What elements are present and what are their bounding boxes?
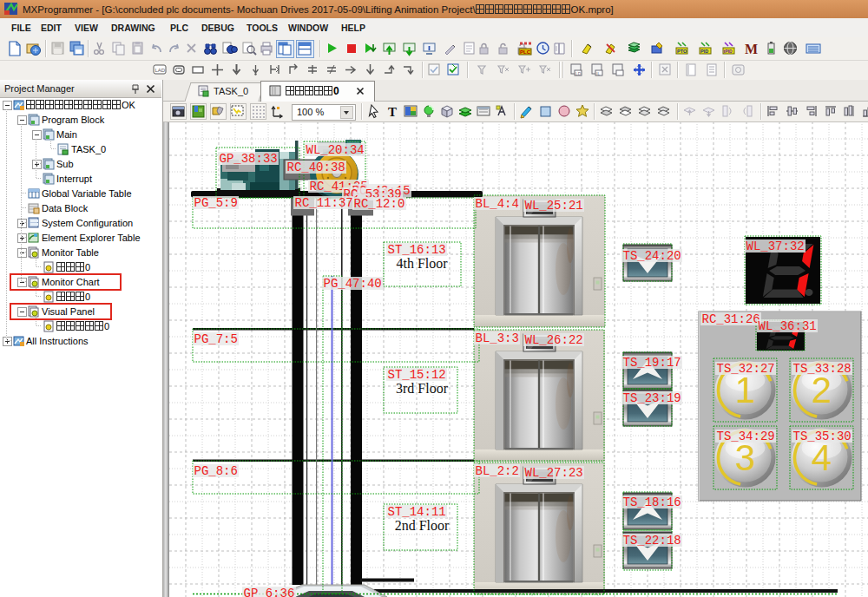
svg-text:LAD: LAD: [155, 68, 166, 73]
svg-text:M: M: [745, 42, 758, 56]
svg-text:GP_6:36: GP_6:36: [244, 587, 295, 597]
svg-text:PG_47:40: PG_47:40: [324, 277, 382, 291]
svg-text:PLC: PLC: [520, 49, 531, 55]
svg-text:ST_16:13: ST_16:13: [388, 243, 446, 257]
svg-text:WL_37:32: WL_37:32: [746, 239, 805, 253]
svg-text:4th Floor: 4th Floor: [396, 256, 448, 271]
svg-text:PID: PID: [700, 49, 708, 54]
svg-text:RC_11:37: RC_11:37: [295, 196, 353, 210]
svg-text:PG_5:9: PG_5:9: [194, 196, 238, 210]
svg-text:TS_33:28: TS_33:28: [793, 362, 852, 376]
svg-text:TS_19:17: TS_19:17: [623, 356, 681, 370]
svg-text:WL_26:22: WL_26:22: [525, 333, 583, 347]
svg-text:3rd Floor: 3rd Floor: [396, 381, 449, 396]
svg-text:BL_4:4: BL_4:4: [476, 197, 519, 211]
svg-text:3: 3: [735, 437, 755, 478]
svg-text:WL_36:31: WL_36:31: [759, 319, 817, 333]
svg-text:TS_23:19: TS_23:19: [623, 391, 681, 405]
svg-text:TS_18:16: TS_18:16: [623, 495, 681, 509]
svg-text:PTO: PTO: [677, 49, 687, 54]
svg-text:WL_27:23: WL_27:23: [525, 466, 583, 480]
svg-text:2: 2: [812, 370, 832, 410]
svg-text:PG_8:6: PG_8:6: [194, 464, 238, 478]
svg-text:BL_2:2: BL_2:2: [476, 464, 519, 478]
svg-text:1: 1: [735, 370, 755, 410]
svg-text:PG_7:5: PG_7:5: [194, 332, 238, 346]
svg-text:RC_12:0: RC_12:0: [354, 197, 405, 211]
svg-text:GP_38:33: GP_38:33: [220, 152, 278, 166]
svg-text:2nd Floor: 2nd Floor: [395, 518, 450, 533]
svg-text:ST_14:11: ST_14:11: [388, 505, 446, 519]
svg-text:T: T: [388, 105, 397, 119]
svg-text:TS_35:30: TS_35:30: [793, 430, 852, 443]
svg-text:TS_32:27: TS_32:27: [717, 362, 775, 376]
svg-text:TS_24:20: TS_24:20: [623, 249, 681, 263]
svg-text:WL_25:21: WL_25:21: [525, 199, 583, 213]
svg-text:BL_3:3: BL_3:3: [476, 331, 519, 345]
svg-text:TS_34:29: TS_34:29: [717, 430, 775, 443]
svg-text:RC_31:26: RC_31:26: [702, 312, 760, 326]
svg-text:TS_22:18: TS_22:18: [623, 534, 681, 548]
svg-text:WL_20:34: WL_20:34: [306, 143, 365, 157]
svg-text:tPID: tPID: [724, 49, 733, 54]
svg-text:LD: LD: [575, 71, 582, 76]
svg-text:4: 4: [812, 437, 832, 478]
svg-text:RC_40:38: RC_40:38: [287, 161, 345, 174]
svg-text:ST_15:12: ST_15:12: [388, 368, 446, 382]
svg-text:IL: IL: [596, 71, 600, 76]
